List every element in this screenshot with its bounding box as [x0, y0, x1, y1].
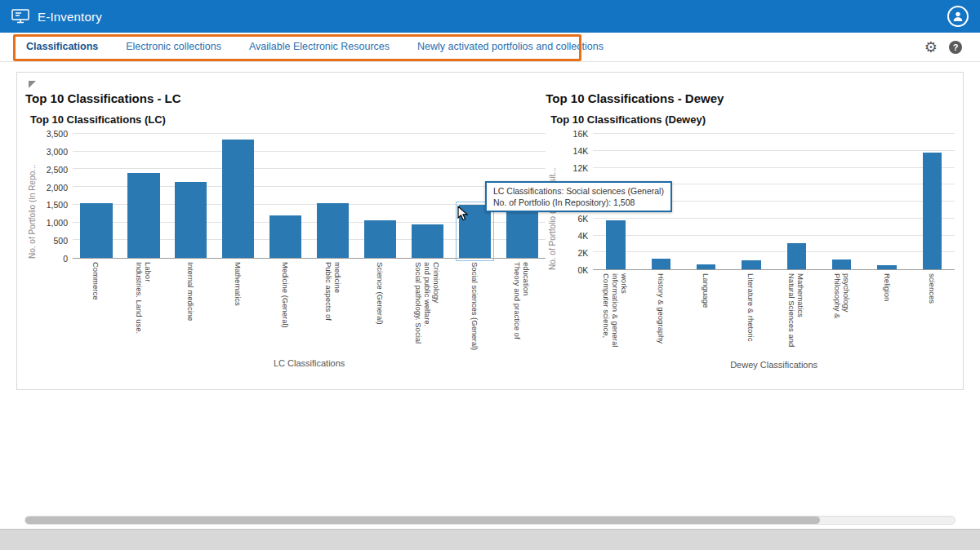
tab-list: ClassificationsElectronic collectionsAva… [24, 33, 605, 61]
lc-chart-section: Top 10 Classifications - LC Top 10 Class… [25, 90, 546, 370]
lc-chart-title: Top 10 Classifications (LC) [30, 113, 546, 126]
x-slot: sciences [910, 273, 955, 353]
lc-y-ticks: 3,5003,0002,5002,0001,5001,0005000 [38, 134, 73, 259]
user-avatar[interactable] [947, 6, 969, 27]
x-slot: Industries. Land use. Labor [120, 262, 167, 352]
dewey-chart: Top 10 Classifications (Dewey) No. of Po… [546, 113, 955, 370]
x-axis-label: Social sciences (General) [470, 262, 479, 352]
bar-social-pathology-social-and-public-welfare-criminology[interactable] [412, 224, 443, 258]
y-tick-label: 16K [573, 129, 589, 139]
collapse-triangle-icon[interactable] [29, 81, 36, 88]
bar-philosophy-psychology[interactable] [832, 259, 851, 269]
lc-section-title: Top 10 Classifications - LC [25, 91, 546, 105]
help-icon[interactable]: ? [949, 41, 962, 54]
tooltip-line-1: LC Classifications: Social sciences (Gen… [493, 185, 664, 197]
app-header: E-Inventory [0, 0, 980, 33]
dashboard-panel: Top 10 Classifications - LC Top 10 Class… [16, 72, 964, 390]
tab-electronic-collections[interactable]: Electronic collections [124, 33, 223, 61]
bar-mathematics[interactable] [222, 140, 254, 258]
gridline [593, 218, 955, 219]
lc-chart: Top 10 Classifications (LC) No. of Portf… [25, 113, 546, 368]
horizontal-scrollbar-track[interactable] [24, 516, 956, 525]
x-axis-label: Philosophy & psychology [833, 273, 851, 353]
bar-commerce[interactable] [80, 203, 112, 258]
x-axis-label: Language [702, 273, 710, 353]
gridline [73, 168, 546, 169]
horizontal-scrollbar-thumb[interactable] [25, 517, 820, 524]
inventory-monitor-icon [11, 9, 29, 24]
dewey-section-title: Top 10 Classifications - Dewey [546, 91, 955, 105]
x-slot: Literature & rhetoric [728, 273, 773, 353]
bar-computer-science-information-general-works[interactable] [606, 220, 625, 269]
tab-classifications[interactable]: Classifications [24, 33, 100, 61]
bar-theory-and-practice-of-education[interactable] [506, 205, 538, 258]
bar-slot [910, 134, 955, 269]
x-axis-label: Religion [883, 273, 892, 353]
x-axis-label: sciences [928, 273, 937, 353]
dewey-chart-section: Top 10 Classifications - Dewey Top 10 Cl… [546, 90, 955, 370]
lc-x-axis-title: LC Classifications [73, 358, 546, 368]
x-axis-label: Social pathology. Social and public welf… [414, 262, 441, 352]
x-slot: Theory and practice of education [498, 262, 546, 352]
bar-medicine-general[interactable] [270, 215, 301, 258]
bar-slot [864, 134, 909, 269]
gridline [593, 167, 955, 168]
x-slot: Medicine (General) [262, 262, 310, 352]
gridline [593, 251, 955, 252]
tab-available-electronic-resources[interactable]: Available Electronic Resources [247, 33, 391, 61]
tab-actions: ⚙ ? [924, 33, 962, 61]
x-slot: Computer science, information & general … [593, 273, 638, 353]
x-axis-label: Science (General) [376, 262, 385, 352]
x-slot: Social sciences (General) [451, 262, 498, 352]
y-tick-label: 14K [573, 146, 589, 156]
y-tick-label: 6K [577, 214, 588, 224]
bar-religion[interactable] [877, 265, 896, 269]
x-slot: Science (General) [357, 262, 404, 352]
chart-tooltip: LC Classifications: Social sciences (Gen… [485, 181, 672, 212]
app-title: E-Inventory [38, 10, 102, 24]
lc-y-axis-title: No. of Portfolio (In Repo... [25, 134, 38, 259]
bar-history-geography[interactable] [652, 259, 670, 269]
bar-slot [819, 134, 864, 269]
x-slot: Social pathology. Social and public welf… [403, 262, 451, 352]
x-slot: Public aspects of medicine [310, 262, 357, 352]
x-slot: Philosophy & psychology [819, 273, 864, 353]
lc-x-labels: CommerceIndustries. Land use. LaborInter… [73, 262, 546, 352]
tooltip-line-2: No. of Portfolio (In Repository): 1,508 [493, 197, 664, 208]
x-axis-label: Commerce [91, 262, 100, 352]
bar-public-aspects-of-medicine[interactable] [317, 203, 349, 258]
y-tick-label: 3,000 [47, 147, 68, 157]
x-axis-label: Literature & rhetoric [746, 273, 755, 353]
bar-internal-medicine[interactable] [175, 182, 207, 258]
lc-plot-area [73, 134, 546, 259]
bar-sciences[interactable] [923, 153, 942, 269]
tab-bar: ClassificationsElectronic collectionsAva… [0, 33, 980, 62]
x-axis-label: Mathematics [234, 262, 243, 352]
bar-natural-sciences-and-mathematics[interactable] [787, 243, 806, 269]
bar-social-sciences-general[interactable] [459, 205, 491, 258]
y-tick-label: 2K [577, 248, 588, 258]
gridline [593, 150, 955, 151]
tab-newly-activated-portfolios-and-collections[interactable]: Newly activated portfolios and collectio… [416, 33, 605, 61]
x-axis-label: Industries. Land use. Labor [135, 262, 153, 352]
dewey-x-axis-title: Dewey Classifications [593, 360, 955, 370]
x-axis-label: Internal medicine [186, 262, 195, 352]
y-tick-label: 500 [53, 236, 68, 246]
y-tick-label: 0K [577, 265, 588, 275]
x-axis-label: Computer science, information & general … [602, 273, 629, 353]
y-tick-label: 0 [63, 254, 68, 264]
gridline [593, 235, 955, 236]
bar-language[interactable] [697, 264, 715, 269]
bar-slot [728, 134, 773, 269]
bar-industries-land-use-labor[interactable] [127, 173, 159, 258]
bottom-strip [0, 529, 980, 550]
x-slot: Natural Sciences and Mathematics [774, 273, 819, 353]
bar-literature-rhetoric[interactable] [742, 260, 760, 269]
x-axis-label: Theory and practice of education [513, 262, 531, 352]
bar-science-general[interactable] [364, 220, 396, 258]
gridline [73, 133, 546, 134]
x-slot: Mathematics [215, 262, 262, 352]
gear-icon[interactable]: ⚙ [924, 40, 938, 55]
bar-slot [774, 134, 819, 269]
x-axis-label: Public aspects of medicine [324, 262, 342, 352]
